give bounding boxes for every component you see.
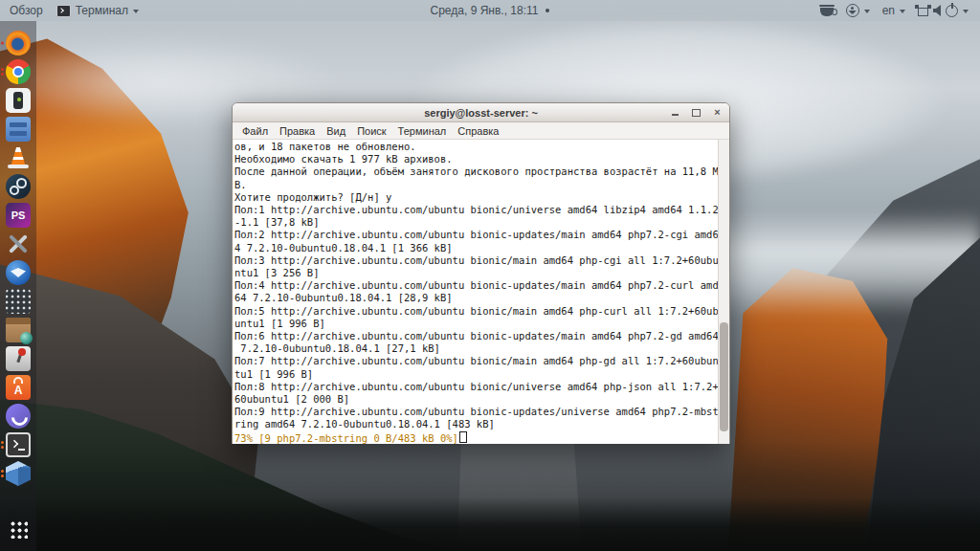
dock-item-steam[interactable] xyxy=(0,172,36,201)
virtualbox-cube-icon xyxy=(6,461,31,486)
terminal-line: 64 7.2.10-0ubuntu0.18.04.1 [28,9 kB] xyxy=(234,292,719,304)
terminal-line: Пол:4 http://archive.ubuntu.com/ubuntu b… xyxy=(234,279,719,292)
progress-text: 73% [9 php7.2-mbstring 0 B/483 kB 0%] xyxy=(234,432,458,444)
terminal-line: ntu1 [3 256 B] xyxy=(234,267,719,279)
chevron-down-icon xyxy=(900,10,905,13)
running-indicator xyxy=(1,42,4,45)
menu-edit[interactable]: Правка xyxy=(274,124,321,138)
terminal-content[interactable]: ов, и 18 пакетов не обновлено. Необходим… xyxy=(233,140,729,444)
terminal-line: ring amd64 7.2.10-0ubuntu0.18.04.1 [483 … xyxy=(234,418,719,430)
ps-label: PS xyxy=(11,209,26,221)
dock-item-viber[interactable] xyxy=(0,402,36,430)
terminal-line: Пол:1 http://archive.ubuntu.com/ubuntu b… xyxy=(234,204,719,216)
clock-label: Среда, 9 Янв., 18:11 xyxy=(431,4,539,17)
terminal-line: 4 7.2.10-0ubuntu0.18.04.1 [1 366 kB] xyxy=(234,242,719,254)
apps-grid-icon xyxy=(9,519,28,539)
menu-bar: Файл Правка Вид Поиск Терминал Справка xyxy=(233,122,729,140)
file-cabinet-icon xyxy=(6,117,31,142)
terminal-output: ов, и 18 пакетов не обновлено. Необходим… xyxy=(234,141,719,444)
chrome-icon xyxy=(6,59,31,84)
volume-icon xyxy=(933,5,941,16)
top-bar: Обзор Терминал Среда, 9 Янв., 18:11 en xyxy=(0,0,980,21)
network-wired-icon xyxy=(918,8,928,16)
system-menu[interactable] xyxy=(918,5,969,17)
terminal-progress-line: 73% [9 php7.2-mbstring 0 B/483 kB 0%] xyxy=(234,431,719,444)
firefox-icon xyxy=(6,31,31,55)
menu-file[interactable]: Файл xyxy=(236,124,274,138)
window-title: sergiy@losst-server: ~ xyxy=(424,107,538,119)
box-globe-icon xyxy=(6,318,31,342)
scrollbar-thumb[interactable] xyxy=(720,322,728,431)
dock-item-tweak-tools[interactable] xyxy=(0,230,36,258)
keyboard-layout-label: en xyxy=(882,4,895,17)
notification-dot-icon xyxy=(546,9,549,12)
terminal-line: Пол:2 http://archive.ubuntu.com/ubuntu b… xyxy=(234,229,719,241)
dock-item-software-box[interactable] xyxy=(0,316,36,344)
dock: PS A xyxy=(0,21,36,551)
keyboard-layout-menu[interactable]: en xyxy=(882,4,905,17)
vlc-cone-icon xyxy=(6,145,31,170)
dock-item-vlc[interactable] xyxy=(0,143,36,172)
terminal-line: Пол:8 http://archive.ubuntu.com/ubuntu b… xyxy=(234,381,719,393)
dock-item-virtualbox[interactable] xyxy=(0,459,36,488)
menu-terminal[interactable]: Терминал xyxy=(392,124,453,138)
chevron-down-icon xyxy=(963,10,969,13)
terminal-line: Необходимо скачать 1 977 kB архивов. xyxy=(234,153,719,165)
running-indicator xyxy=(1,470,4,477)
dock-item-chrome[interactable] xyxy=(0,57,36,86)
minimize-button[interactable] xyxy=(669,106,681,119)
terminal-line: Пол:6 http://archive.ubuntu.com/ubuntu b… xyxy=(234,330,719,342)
terminal-mini-icon xyxy=(56,5,71,17)
running-indicator xyxy=(1,441,4,449)
dock-item-file-cabinet[interactable] xyxy=(0,115,36,143)
dock-item-ps-editor[interactable]: PS xyxy=(0,201,36,230)
dock-item-phone-app[interactable] xyxy=(0,86,36,115)
show-applications-button[interactable] xyxy=(0,515,36,543)
dock-item-calculator[interactable] xyxy=(0,287,36,316)
terminal-line: -1.1 [37,8 kB] xyxy=(234,216,719,229)
terminal-line: Пол:9 http://archive.ubuntu.com/ubuntu b… xyxy=(234,406,719,418)
close-button[interactable]: × xyxy=(711,106,724,119)
terminal-icon xyxy=(6,432,31,457)
terminal-line: После данной операции, объём занятого ди… xyxy=(234,165,719,178)
coffee-cup-icon xyxy=(820,8,834,16)
thunderbird-icon xyxy=(6,260,31,285)
calculator-icon xyxy=(6,289,31,314)
clock-button[interactable]: Среда, 9 Янв., 18:11 xyxy=(431,4,550,17)
terminal-line: Пол:5 http://archive.ubuntu.com/ubuntu b… xyxy=(234,305,719,318)
chevron-down-icon xyxy=(864,10,870,13)
terminal-line: tu1 [1 996 B] xyxy=(234,368,719,381)
dock-item-lever-app[interactable] xyxy=(0,344,36,373)
terminal-window: sergiy@losst-server: ~ × Файл Правка Вид… xyxy=(232,102,730,444)
viber-icon xyxy=(6,404,31,429)
terminal-line: Хотите продолжить? [Д/н] y xyxy=(234,191,719,204)
terminal-line: Пол:3 http://archive.ubuntu.com/ubuntu b… xyxy=(234,254,719,267)
activities-button[interactable]: Обзор xyxy=(10,4,43,17)
shopping-bag-icon: A xyxy=(6,375,31,400)
terminal-cursor xyxy=(459,431,467,443)
dock-item-app-store[interactable]: A xyxy=(0,373,36,402)
terminal-line: 7.2.10-0ubuntu0.18.04.1 [27,1 kB] xyxy=(234,342,719,355)
window-titlebar[interactable]: sergiy@losst-server: ~ × xyxy=(233,103,729,122)
ps-editor-icon: PS xyxy=(6,203,31,228)
scrollbar-track[interactable] xyxy=(718,140,729,444)
terminal-line: ов, и 18 пакетов не обновлено. xyxy=(234,141,719,153)
menu-search[interactable]: Поиск xyxy=(351,124,391,138)
terminal-line: untu1 [1 996 B] xyxy=(234,318,719,330)
dock-item-thunderbird[interactable] xyxy=(0,258,36,287)
bag-label: A xyxy=(14,384,23,400)
dock-item-firefox[interactable] xyxy=(0,29,36,57)
maximize-button[interactable] xyxy=(690,106,702,119)
running-indicator xyxy=(1,68,4,76)
accessibility-menu[interactable] xyxy=(846,4,870,17)
accessibility-icon xyxy=(846,4,859,17)
menu-help[interactable]: Справка xyxy=(452,124,504,138)
phone-app-icon xyxy=(6,88,31,113)
app-menu-terminal[interactable]: Терминал xyxy=(56,4,139,17)
activities-label: Обзор xyxy=(10,4,43,17)
steam-icon xyxy=(6,174,31,199)
dock-item-terminal[interactable] xyxy=(0,430,36,459)
terminal-line: Пол:7 http://archive.ubuntu.com/ubuntu b… xyxy=(234,355,719,367)
caffeine-indicator[interactable] xyxy=(820,5,834,16)
menu-view[interactable]: Вид xyxy=(321,124,351,138)
